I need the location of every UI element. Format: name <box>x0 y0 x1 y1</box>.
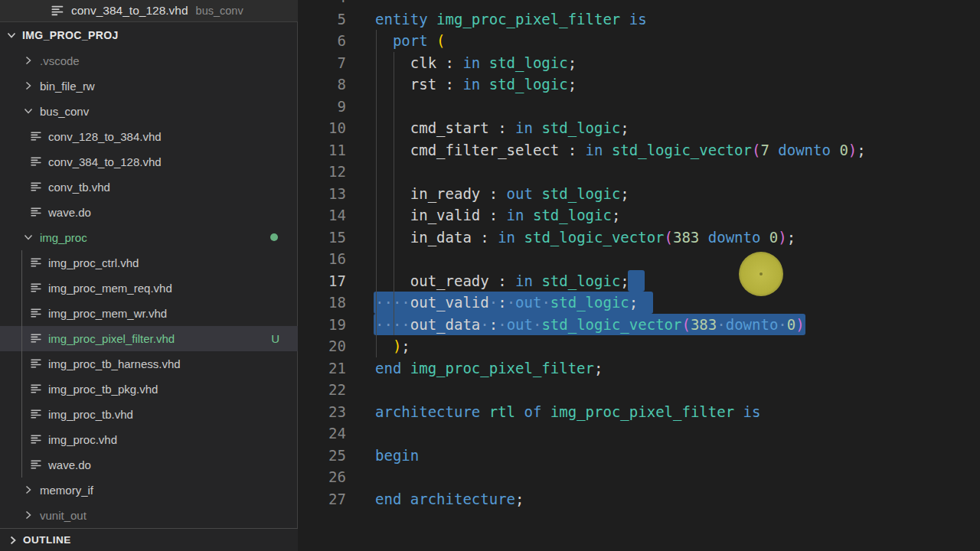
tree-item-label: wave.do <box>48 458 91 471</box>
line-number[interactable]: 24 <box>299 422 346 445</box>
code-line-23[interactable]: 23architecture rtl of img_proc_pixel_fil… <box>299 401 980 423</box>
line-number[interactable]: 27 <box>299 488 346 510</box>
code-text: in_ready : out std_logic; <box>346 183 629 205</box>
code-text <box>346 248 375 270</box>
code-line-4[interactable]: 4 <box>299 0 980 8</box>
code-text: ····out_valid·:·out·std_logic; <box>346 292 638 314</box>
code-line-21[interactable]: 21end img_proc_pixel_filter; <box>299 357 980 380</box>
code-text: end architecture; <box>346 488 524 510</box>
code-editor[interactable]: 45entity img_proc_pixel_filter is6 port … <box>299 0 980 551</box>
code-text: end img_proc_pixel_filter; <box>346 357 603 380</box>
line-number[interactable]: 14 <box>299 204 346 227</box>
open-editor-entry[interactable]: conv_384_to_128.vhd bus_conv <box>0 0 298 22</box>
code-line-22[interactable]: 22 <box>299 379 980 401</box>
outline-section-header[interactable]: OUTLINE <box>0 528 298 551</box>
tree-item-img-proc[interactable]: img_proc <box>0 225 298 250</box>
tree-item-img-proc-tb-vhd[interactable]: img_proc_tb.vhd <box>0 402 298 427</box>
line-number[interactable]: 6 <box>299 30 346 52</box>
line-number[interactable]: 8 <box>299 73 346 96</box>
line-number[interactable]: 15 <box>299 227 346 249</box>
tree-indent-guide <box>21 250 22 478</box>
tree-item-label: conv_384_to_128.vhd <box>48 155 162 168</box>
line-number[interactable]: 13 <box>299 183 346 205</box>
tree-item-label: conv_128_to_384.vhd <box>48 130 162 143</box>
chevron-right-icon <box>22 484 34 496</box>
chevron-right-icon <box>7 534 19 546</box>
line-number[interactable]: 9 <box>299 96 346 118</box>
tree-item-img-proc-mem-req-vhd[interactable]: img_proc_mem_req.vhd <box>0 276 298 301</box>
tree-item-conv-128-to-384-vhd[interactable]: conv_128_to_384.vhd <box>0 124 298 149</box>
chevron-down-icon <box>5 29 18 41</box>
code-line-27[interactable]: 27end architecture; <box>299 488 980 510</box>
code-line-12[interactable]: 12 <box>299 161 980 183</box>
code-line-24[interactable]: 24 <box>299 422 980 445</box>
mouse-click-highlight <box>739 252 783 296</box>
code-line-10[interactable]: 10 cmd_start : in std_logic; <box>299 117 980 139</box>
code-line-16[interactable]: 16 <box>299 248 980 270</box>
open-editor-folder: bus_conv <box>196 5 243 17</box>
vscode-window: conv_384_to_128.vhd bus_conv IMG_PROC_PR… <box>0 0 980 551</box>
outline-label: OUTLINE <box>23 534 71 546</box>
code-line-14[interactable]: 14 in_valid : in std_logic; <box>299 204 980 227</box>
code-line-8[interactable]: 8 rst : in std_logic; <box>299 73 980 96</box>
tree-item-label: img_proc_mem_wr.vhd <box>48 307 167 320</box>
file-lines-icon <box>30 155 43 168</box>
code-text <box>346 96 375 118</box>
tree-item-vunit-out[interactable]: vunit_out <box>0 503 298 528</box>
code-line-13[interactable]: 13 in_ready : out std_logic; <box>299 183 980 205</box>
line-number[interactable]: 21 <box>299 357 346 380</box>
tree-item-label: img_proc_ctrl.vhd <box>48 256 139 269</box>
code-line-6[interactable]: 6 port ( <box>299 30 980 52</box>
tree-item-wave-do[interactable]: wave.do <box>0 200 298 225</box>
tree-item-img-proc-tb-pkg-vhd[interactable]: img_proc_tb_pkg.vhd <box>0 377 298 402</box>
chevron-right-icon <box>22 509 34 521</box>
tree-item-img-proc-pixel-filter-vhd[interactable]: img_proc_pixel_filter.vhdU <box>0 326 298 351</box>
tree-item-label: img_proc_tb_pkg.vhd <box>48 383 158 396</box>
line-number[interactable]: 19 <box>299 314 346 336</box>
tree-root-label: IMG_PROC_PROJ <box>22 29 119 41</box>
line-number[interactable]: 18 <box>299 292 346 314</box>
tree-item-img-proc-mem-wr-vhd[interactable]: img_proc_mem_wr.vhd <box>0 301 298 326</box>
code-line-7[interactable]: 7 clk : in std_logic; <box>299 52 980 74</box>
line-number[interactable]: 7 <box>299 52 346 74</box>
line-number[interactable]: 10 <box>299 117 346 139</box>
code-line-15[interactable]: 15 in_data : in std_logic_vector(383 dow… <box>299 227 980 249</box>
tree-item-memory-if[interactable]: memory_if <box>0 478 298 503</box>
line-number[interactable]: 12 <box>299 161 346 183</box>
line-number[interactable]: 11 <box>299 139 346 161</box>
tree-item-label: memory_if <box>40 484 93 497</box>
tree-item-label: vunit_out <box>40 509 87 522</box>
tree-item-conv-tb-vhd[interactable]: conv_tb.vhd <box>0 174 298 200</box>
code-text <box>346 422 375 445</box>
line-number[interactable]: 26 <box>299 466 346 488</box>
tree-item-img-proc-ctrl-vhd[interactable]: img_proc_ctrl.vhd <box>0 250 298 276</box>
code-line-26[interactable]: 26 <box>299 466 980 488</box>
line-number[interactable]: 4 <box>299 0 346 8</box>
line-number[interactable]: 16 <box>299 248 346 270</box>
chevron-right-icon <box>22 80 34 92</box>
file-lines-icon <box>30 181 43 194</box>
code-line-5[interactable]: 5entity img_proc_pixel_filter is <box>299 8 980 31</box>
tree-root-img-proc-proj[interactable]: IMG_PROC_PROJ <box>0 23 298 48</box>
tree-item-img-proc-tb-harness-vhd[interactable]: img_proc_tb_harness.vhd <box>0 351 298 377</box>
line-number[interactable]: 25 <box>299 445 346 467</box>
tree-item-bus-conv[interactable]: bus_conv <box>0 99 298 124</box>
line-number[interactable]: 23 <box>299 401 346 423</box>
tree-item-conv-384-to-128-vhd[interactable]: conv_384_to_128.vhd <box>0 149 298 174</box>
code-text <box>346 161 375 183</box>
line-number[interactable]: 22 <box>299 379 346 401</box>
code-line-9[interactable]: 9 <box>299 96 980 118</box>
code-line-25[interactable]: 25begin <box>299 445 980 467</box>
line-number[interactable]: 5 <box>299 8 346 31</box>
tree-item-label: img_proc_tb.vhd <box>48 408 133 421</box>
tree-item-bin-file-rw[interactable]: bin_file_rw <box>0 73 298 99</box>
code-line-20[interactable]: 20 ); <box>299 335 980 357</box>
tree-item-wave-do[interactable]: wave.do <box>0 452 298 478</box>
line-number[interactable]: 17 <box>299 270 346 292</box>
line-number[interactable]: 20 <box>299 335 346 357</box>
tree-item-img-proc-vhd[interactable]: img_proc.vhd <box>0 427 298 452</box>
tree-item--vscode[interactable]: .vscode <box>0 48 298 73</box>
code-text: cmd_start : in std_logic; <box>346 117 629 139</box>
code-line-19[interactable]: 19····out_data·:·out·std_logic_vector(38… <box>299 314 980 336</box>
code-line-11[interactable]: 11 cmd_filter_select : in std_logic_vect… <box>299 139 980 161</box>
